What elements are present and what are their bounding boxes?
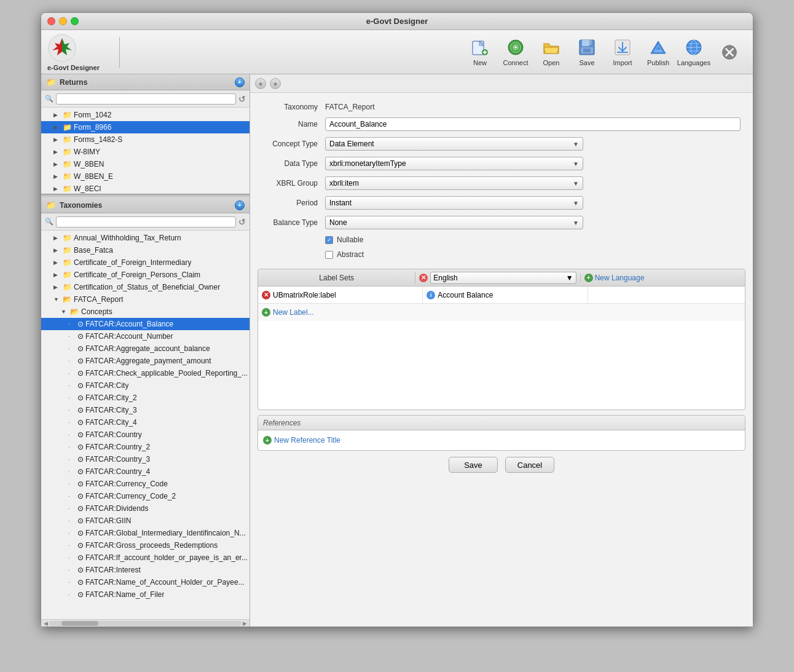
- sidebar-item-global[interactable]: · ⊙ FATCAR:Global_Intermediary_Identifin…: [41, 527, 250, 539]
- new-label-plus-icon[interactable]: +: [262, 308, 270, 317]
- sidebar-item-form1042[interactable]: ▶ 📁 Form_1042: [41, 109, 250, 121]
- sidebar-item-name-filer[interactable]: · ⊙ FATCAR:Name_of_Filer: [41, 588, 250, 601]
- sidebar-item-form8966[interactable]: ▶ 📁 Form_8966: [41, 121, 250, 133]
- returns-add-button[interactable]: +: [235, 77, 245, 87]
- remove-label-button[interactable]: ✕: [262, 291, 270, 299]
- sidebar-item-if-account[interactable]: · ⊙ FATCAR:If_account_holder_or_payee_is…: [41, 551, 250, 564]
- hscroll-track: [49, 621, 242, 626]
- language-select[interactable]: English ▼: [430, 272, 576, 284]
- name-input[interactable]: [325, 117, 741, 131]
- sidebar-item-w8eci[interactable]: ▶ 📁 W_8ECI: [41, 183, 250, 194]
- open-button[interactable]: Open: [534, 35, 568, 69]
- abstract-label: Abstract: [337, 250, 364, 259]
- name-row: Name: [262, 117, 741, 131]
- new-icon: [470, 38, 490, 57]
- hscroll-thumb[interactable]: [61, 621, 98, 626]
- sidebar-item-currency2[interactable]: · ⊙ FATCAR:Currency_Code_2: [41, 490, 250, 502]
- svg-rect-9: [589, 40, 592, 45]
- new-label-text[interactable]: New Label...: [273, 308, 314, 317]
- sidebar-item-concepts[interactable]: ▼ 📂 Concepts: [41, 306, 250, 318]
- sidebar-item-forms1482s[interactable]: ▶ 📁 Forms_1482-S: [41, 133, 250, 146]
- balance-type-label: Balance Type: [262, 218, 318, 227]
- sidebar-item-annual[interactable]: ▶ 📁 Annual_Withholding_Tax_Return: [41, 232, 250, 244]
- nav-back-button[interactable]: ●: [255, 78, 266, 89]
- sidebar-item-account-number[interactable]: · ⊙ FATCAR:Account_Number: [41, 330, 250, 342]
- sidebar-item-agg-payment[interactable]: · ⊙ FATCAR:Aggregate_payment_amount: [41, 355, 250, 367]
- sidebar-item-certfpc[interactable]: ▶ 📁 Certificate_of_Foreign_Persons_Claim: [41, 269, 250, 281]
- sidebar-item-giin[interactable]: · ⊙ FATCAR:GIIN: [41, 515, 250, 527]
- sidebar-item-city3[interactable]: · ⊙ FATCAR:City_3: [41, 404, 250, 416]
- remove-lang-button[interactable]: ✕: [419, 274, 428, 282]
- save-button[interactable]: Save: [449, 457, 498, 473]
- sidebar-item-agg-balance[interactable]: · ⊙ FATCAR:Aggregate_account_balance: [41, 342, 250, 355]
- data-type-select[interactable]: xbrli:monetaryItemType ▼: [325, 157, 583, 170]
- sidebar-item-country3[interactable]: · ⊙ FATCAR:Country_3: [41, 453, 250, 465]
- sidebar-item-currency[interactable]: · ⊙ FATCAR:Currency_Code: [41, 478, 250, 490]
- returns-section: 📁 Returns + 🔍 ↺ ▶ 📁 Form_1042: [41, 74, 250, 194]
- sidebar-item-certfi[interactable]: ▶ 📁 Certificate_of_Foreign_Intermediary: [41, 256, 250, 269]
- svg-point-6: [514, 46, 517, 49]
- sidebar-item-gross[interactable]: · ⊙ FATCAR:Gross_proceeds_Redemptions: [41, 539, 250, 551]
- sidebar-item-w8bene[interactable]: ▶ 📁 W_8BEN_E: [41, 170, 250, 183]
- main-content: 📁 Returns + 🔍 ↺ ▶ 📁 Form_1042: [41, 74, 753, 627]
- import-button[interactable]: Import: [605, 35, 640, 69]
- save-icon: [577, 38, 597, 57]
- sidebar-item-country4[interactable]: · ⊙ FATCAR:Country_4: [41, 465, 250, 478]
- new-ref-plus-icon[interactable]: +: [263, 436, 272, 445]
- xbrl-group-select[interactable]: xbrli:item ▼: [325, 176, 583, 190]
- maximize-button[interactable]: [71, 17, 79, 25]
- import-icon: [613, 38, 632, 57]
- period-select[interactable]: Instant ▼: [325, 196, 583, 210]
- taxonomies-search-input[interactable]: [56, 216, 236, 227]
- sidebar-item-country[interactable]: · ⊙ FATCAR:Country: [41, 429, 250, 441]
- returns-header-label: Returns: [60, 78, 231, 87]
- abstract-checkbox[interactable]: [325, 251, 333, 259]
- sidebar-item-certsbo[interactable]: ▶ 📁 Certification_of_Status_of_Beneficia…: [41, 281, 250, 293]
- sidebar-item-fatcareport[interactable]: ▼ 📂 FATCA_Report: [41, 293, 250, 306]
- sidebar-item-w8ben[interactable]: ▶ 📁 W_8BEN: [41, 158, 250, 170]
- taxonomies-folder-icon: 📁: [46, 200, 56, 210]
- sidebar-item-interest[interactable]: · ⊙ FATCAR:Interest: [41, 564, 250, 576]
- sidebar-item-country2[interactable]: · ⊙ FATCAR:Country_2: [41, 441, 250, 453]
- languages-button[interactable]: Languages: [677, 35, 711, 69]
- publish-button[interactable]: Publish: [641, 35, 675, 69]
- xbrl-group-row: XBRL Group xbrli:item ▼: [262, 176, 741, 190]
- sidebar-item-city2[interactable]: · ⊙ FATCAR:City_2: [41, 392, 250, 404]
- new-language-button[interactable]: + New Language: [584, 274, 645, 282]
- minimize-button[interactable]: [59, 17, 67, 25]
- sidebar-item-name-account[interactable]: · ⊙ FATCAR:Name_of_Account_Holder_or_Pay…: [41, 576, 250, 588]
- sidebar-item-city4[interactable]: · ⊙ FATCAR:City_4: [41, 416, 250, 429]
- sidebar-item-check[interactable]: · ⊙ FATCAR:Check_applicable_Pooled_Repor…: [41, 367, 250, 379]
- sidebar-item-w8imy[interactable]: ▶ 📁 W-8IMY: [41, 146, 250, 158]
- new-button[interactable]: New: [463, 35, 497, 69]
- taxonomies-add-button[interactable]: +: [235, 200, 245, 210]
- taxonomies-refresh-icon[interactable]: ↺: [238, 217, 246, 227]
- sidebar-hscrollbar[interactable]: ◀ ▶: [41, 619, 250, 627]
- app-logo-icon: [47, 33, 77, 63]
- cancel-button[interactable]: Cancel: [505, 457, 554, 473]
- connect-button[interactable]: Connect: [498, 35, 533, 69]
- new-lang-plus-icon: +: [584, 274, 593, 282]
- returns-search-input[interactable]: [56, 93, 236, 105]
- sidebar-item-basefatca[interactable]: ▶ 📁 Base_Fatca: [41, 244, 250, 256]
- nav-forward-button[interactable]: ●: [270, 78, 281, 89]
- sidebar-item-dividends[interactable]: · ⊙ FATCAR:Dividends: [41, 502, 250, 515]
- concept-type-select[interactable]: Data Element ▼: [325, 137, 583, 151]
- nullable-checkbox[interactable]: [325, 236, 333, 244]
- scroll-left-arrow[interactable]: ◀: [42, 620, 49, 627]
- new-ref-label[interactable]: New Reference Title: [274, 436, 340, 445]
- label-row-info-cell: i Account Balance: [422, 287, 587, 303]
- returns-refresh-icon[interactable]: ↺: [238, 94, 246, 104]
- sidebar-item-city[interactable]: · ⊙ FATCAR:City: [41, 379, 250, 392]
- scroll-right-arrow[interactable]: ▶: [242, 620, 248, 627]
- references-title: References: [263, 419, 301, 427]
- close-extra-button[interactable]: [712, 35, 747, 69]
- toolbar: e-Govt Designer New: [41, 30, 753, 74]
- balance-type-select[interactable]: None ▼: [325, 216, 583, 229]
- sidebar-item-account-balance[interactable]: · ⊙ FATCAR:Account_Balance: [41, 318, 250, 330]
- label-info-icon[interactable]: i: [426, 291, 435, 299]
- lang-select-col: ✕ English ▼: [415, 272, 580, 284]
- period-label: Period: [262, 199, 318, 207]
- close-button[interactable]: [47, 17, 55, 25]
- save-toolbar-button[interactable]: Save: [570, 35, 604, 69]
